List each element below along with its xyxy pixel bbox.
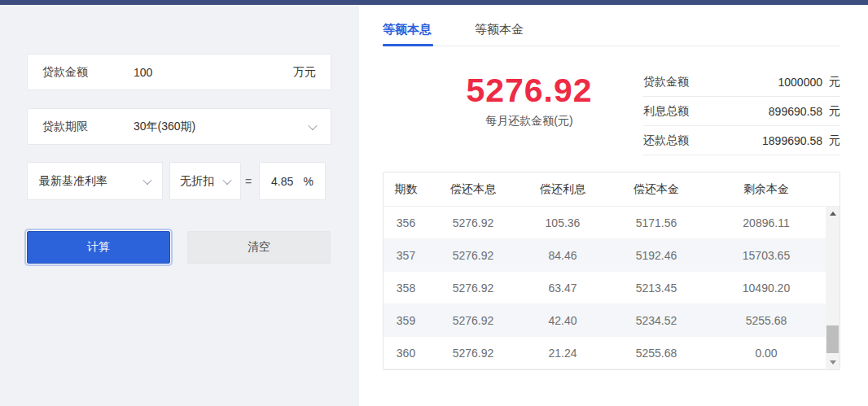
amortization-table: 期数 偿还本息 偿还利息 偿还本金 剩余本金 356 5276.92 105.3…: [383, 172, 840, 370]
col-header-interest: 偿还利息: [518, 182, 607, 197]
summary-label: 利息总额: [643, 104, 713, 119]
summary-row-total-interest: 利息总额 899690.58 元: [643, 97, 840, 126]
input-panel: 贷款金额 100 万元 贷款期限 30年(360期) 最新基准利率 无折扣 = …: [0, 5, 359, 406]
summary-row-loan-amount: 贷款金额 1000000 元: [643, 68, 840, 97]
clear-button[interactable]: 清空: [187, 231, 331, 264]
table-row: 357 5276.92 84.46 5192.46 15703.65: [384, 239, 840, 272]
loan-term-label: 贷款期限: [42, 120, 134, 134]
discount-select[interactable]: 无折扣: [169, 162, 241, 200]
chevron-down-icon: [142, 175, 151, 184]
col-header-payment: 偿还本息: [428, 182, 518, 197]
summary-unit: 元: [822, 75, 840, 89]
scroll-up-icon[interactable]: [826, 207, 840, 220]
summary-value: 899690.58: [713, 105, 822, 118]
loan-amount-label: 贷款金额: [42, 65, 134, 80]
discount-value: 无折扣: [180, 174, 214, 189]
loan-amount-field[interactable]: 贷款金额 100 万元: [27, 54, 331, 90]
summary-block: 贷款金额 1000000 元 利息总额 899690.58 元 还款总额 189…: [643, 68, 840, 155]
summary-label: 贷款金额: [643, 75, 713, 89]
rate-input[interactable]: 4.85: [271, 175, 293, 188]
tab-equal-principal-interest[interactable]: 等额本息: [383, 22, 432, 37]
base-rate-value: 最新基准利率: [39, 174, 107, 189]
base-rate-select[interactable]: 最新基准利率: [27, 162, 163, 200]
summary-label: 还款总额: [643, 133, 713, 148]
tab-equal-principal[interactable]: 等额本金: [475, 22, 524, 37]
summary-row-total-repayment: 还款总额 1899690.58 元: [643, 126, 840, 155]
table-scrollbar[interactable]: [826, 207, 840, 369]
scroll-down-icon[interactable]: [826, 356, 840, 369]
table-row: 358 5276.92 63.47 5213.45 10490.20: [384, 272, 840, 304]
table-row: 359 5276.92 42.40 5234.52 5255.68: [384, 304, 840, 337]
calculate-button[interactable]: 计算: [27, 231, 170, 264]
summary-unit: 元: [822, 104, 840, 119]
loan-amount-unit: 万元: [293, 65, 316, 80]
rate-field[interactable]: 4.85 %: [259, 162, 326, 200]
summary-value: 1000000: [713, 76, 822, 89]
loan-amount-input[interactable]: 100: [134, 66, 293, 79]
col-header-principal: 偿还本金: [607, 182, 705, 197]
table-header-row: 期数 偿还本息 偿还利息 偿还本金 剩余本金: [384, 172, 840, 207]
monthly-payment-caption: 每月还款金额(元): [383, 114, 676, 129]
loan-term-select[interactable]: 贷款期限 30年(360期): [27, 108, 331, 145]
table-row: 356 5276.92 105.36 5171.56 20896.11: [384, 207, 840, 239]
scrollbar-thumb[interactable]: [826, 325, 839, 353]
summary-unit: 元: [822, 133, 840, 148]
table-body: 356 5276.92 105.36 5171.56 20896.11 357 …: [384, 207, 840, 369]
chevron-down-icon: [222, 175, 231, 184]
rate-unit: %: [304, 175, 313, 188]
summary-value: 1899690.58: [713, 134, 822, 147]
loan-term-value: 30年(360期): [134, 120, 309, 134]
active-tab-underline: [383, 44, 433, 46]
chevron-down-icon: [308, 120, 317, 129]
equals-sign: =: [245, 175, 252, 188]
table-row: 360 5276.92 21.24 5255.68 0.00: [384, 337, 840, 369]
col-header-remaining: 剩余本金: [705, 182, 827, 197]
tabs-divider: [383, 46, 840, 46]
col-header-period: 期数: [384, 182, 428, 197]
monthly-payment-value: 5276.92: [383, 72, 676, 110]
loan-calculator-app: 贷款金额 100 万元 贷款期限 30年(360期) 最新基准利率 无折扣 = …: [0, 0, 868, 406]
